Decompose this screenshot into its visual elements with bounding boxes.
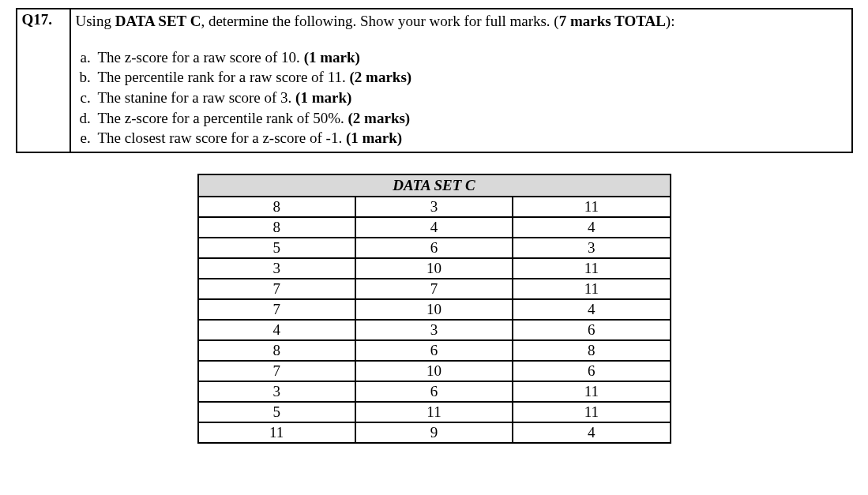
table-cell: 6 [513,361,670,381]
dataset-table: DATA SET C 83118445633101177117104436868… [197,174,671,444]
dataset-body: 8311844563310117711710443686871063611511… [198,197,671,443]
table-cell: 4 [355,217,513,238]
table-row: 3611 [198,381,671,402]
prompt-mid: , determine the following. Show your wor… [201,13,558,29]
part-a: The z-score for a raw score of 10. (1 ma… [95,47,847,68]
table-cell: 4 [513,422,670,443]
table-row: 1194 [198,422,671,443]
question-prompt: Using DATA SET C, determine the followin… [76,11,847,32]
part-text: The z-score for a raw score of 10. [98,49,304,66]
table-cell: 8 [198,197,355,217]
table-cell: 11 [513,381,670,402]
table-cell: 8 [198,340,355,361]
question-box: Q17. Using DATA SET C, determine the fol… [16,8,853,153]
dataset-title: DATA SET C [198,174,671,197]
question-number: Q17. [17,9,70,152]
part-b: The percentile rank for a raw score of 1… [95,67,847,88]
table-cell: 8 [198,217,355,238]
part-text: The z-score for a percentile rank of 50%… [98,110,348,126]
table-cell: 10 [355,299,513,320]
table-cell: 3 [198,381,355,402]
part-marks: (1 mark) [346,129,402,146]
prompt-pre: Using [76,13,115,29]
table-cell: 7 [198,279,355,299]
part-text: The closest raw score for a z-score of -… [98,129,346,146]
table-cell: 7 [198,299,355,320]
table-cell: 11 [198,422,355,443]
table-cell: 11 [513,402,670,422]
table-cell: 11 [513,279,670,299]
prompt-post: ): [666,13,675,29]
table-cell: 6 [513,320,670,340]
question-parts-list: The z-score for a raw score of 10. (1 ma… [77,47,847,148]
table-row: 31011 [198,258,671,279]
table-cell: 6 [355,238,513,258]
table-cell: 11 [513,258,670,279]
prompt-dataset: DATA SET C [115,13,201,29]
table-cell: 3 [355,320,513,340]
table-cell: 11 [355,402,513,422]
prompt-marks: 7 marks TOTAL [559,13,666,29]
table-cell: 4 [513,299,670,320]
table-row: 436 [198,320,671,340]
table-cell: 6 [355,340,513,361]
table-row: 563 [198,238,671,258]
part-d: The z-score for a percentile rank of 50%… [95,108,847,129]
table-row: 8311 [198,197,671,217]
table-cell: 11 [513,197,670,217]
part-c: The stanine for a raw score of 3. (1 mar… [95,88,847,108]
part-marks: (2 marks) [348,110,411,126]
part-marks: (1 mark) [304,49,360,66]
table-cell: 6 [355,381,513,402]
question-body: Using DATA SET C, determine the followin… [70,9,852,152]
table-cell: 3 [355,197,513,217]
table-cell: 5 [198,238,355,258]
table-row: 868 [198,340,671,361]
table-row: 7104 [198,299,671,320]
part-marks: (1 mark) [295,89,351,106]
table-cell: 3 [513,238,670,258]
table-row: 7106 [198,361,671,381]
part-e: The closest raw score for a z-score of -… [95,128,847,148]
table-cell: 4 [513,217,670,238]
part-marks: (2 marks) [349,69,411,85]
table-cell: 10 [355,361,513,381]
dataset-container: DATA SET C 83118445633101177117104436868… [197,174,671,444]
part-text: The stanine for a raw score of 3. [98,89,296,106]
table-cell: 10 [355,258,513,279]
table-cell: 3 [198,258,355,279]
table-cell: 7 [198,361,355,381]
part-text: The percentile rank for a raw score of 1… [98,69,350,85]
table-cell: 9 [355,422,513,443]
table-cell: 5 [198,402,355,422]
table-row: 7711 [198,279,671,299]
table-row: 51111 [198,402,671,422]
table-row: 844 [198,217,671,238]
table-cell: 7 [355,279,513,299]
table-cell: 8 [513,340,670,361]
table-cell: 4 [198,320,355,340]
